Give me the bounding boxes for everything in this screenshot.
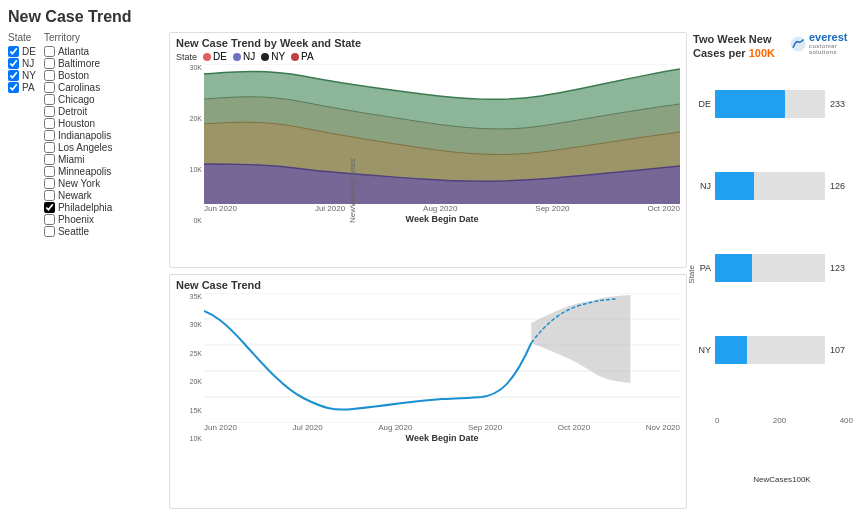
right-title-area: Two Week New Cases per 100K — [693, 32, 790, 61]
bar-row-ny: NY 107 — [693, 336, 853, 364]
bar-value-ny: 107 — [830, 345, 845, 355]
top-chart-title: New Case Trend by Week and State — [176, 37, 680, 49]
top-chart-box: New Case Trend by Week and State State D… — [169, 32, 687, 268]
top-y-axis: 30K 20K 10K 0K — [176, 64, 204, 224]
legend-dot-ny — [261, 53, 269, 61]
bar-chart-area: State DE 233 NJ 126 — [693, 65, 853, 509]
bar-value-pa: 123 — [830, 263, 845, 273]
top-chart-legend: State DE NJ NY PA — [176, 51, 680, 62]
bottom-chart-inner: 35K 30K 25K 20K 15K 10K — [176, 293, 680, 443]
page-wrapper: New Case Trend State DE NJ NY — [0, 0, 861, 517]
territory-carolinas[interactable]: Carolinas — [44, 82, 113, 93]
territory-philadelphia[interactable]: Philadelphia — [44, 202, 113, 213]
territory-atlanta[interactable]: Atlanta — [44, 46, 113, 57]
right-title-highlight: 100K — [749, 47, 775, 59]
territory-label: Territory — [44, 32, 113, 43]
logo: everest customer solutions — [790, 32, 853, 55]
bottom-y-axis: 35K 30K 25K 20K 15K 10K — [176, 293, 204, 443]
main-content: State DE NJ NY PA Terri — [8, 32, 853, 509]
bar-row-de: DE 233 — [693, 90, 853, 118]
bar-fill-nj — [715, 172, 754, 200]
territory-houston[interactable]: Houston — [44, 118, 113, 129]
page-title: New Case Trend — [8, 8, 853, 26]
state-label: State — [8, 32, 36, 43]
territory-phoenix[interactable]: Phoenix — [44, 214, 113, 225]
state-ny[interactable]: NY — [8, 70, 36, 81]
right-title: Two Week New Cases per 100K — [693, 32, 790, 61]
bottom-chart-box: New Case Trend 35K 30K 25K 20K 15K 10K — [169, 274, 687, 510]
bar-fill-ny — [715, 336, 747, 364]
territory-chicago[interactable]: Chicago — [44, 94, 113, 105]
bottom-x-ticks: Jun 2020 Jul 2020 Aug 2020 Sep 2020 Oct … — [204, 423, 680, 432]
bottom-chart-title: New Case Trend — [176, 279, 680, 291]
state-pa[interactable]: PA — [8, 82, 36, 93]
bottom-x-label: Week Begin Date — [204, 433, 680, 443]
top-chart-svg — [204, 64, 680, 204]
legend-dot-pa — [291, 53, 299, 61]
territory-boston[interactable]: Boston — [44, 70, 113, 81]
top-chart-svg-area: NewWeeklyCases — [204, 64, 680, 224]
top-x-label: Week Begin Date — [204, 214, 680, 224]
bar-x-axis-ticks: 0 200 400 — [693, 416, 853, 425]
top-chart-inner: 30K 20K 10K 0K NewWeeklyCases — [176, 64, 680, 224]
right-header: Two Week New Cases per 100K everest cust… — [693, 32, 853, 61]
bottom-chart-svg — [204, 293, 680, 423]
territory-detroit[interactable]: Detroit — [44, 106, 113, 117]
legend-pa: PA — [291, 51, 314, 62]
territory-newark[interactable]: Newark — [44, 190, 113, 201]
logo-area: everest customer solutions — [790, 32, 853, 55]
top-x-ticks: Jun 2020 Jul 2020 Aug 2020 Sep 2020 Oct … — [204, 204, 680, 213]
bottom-chart-svg-area: Jun 2020 Jul 2020 Aug 2020 Sep 2020 Oct … — [204, 293, 680, 443]
legend-dot-nj — [233, 53, 241, 61]
bar-bg-ny: 107 — [715, 336, 825, 364]
territory-filter-col: Territory Atlanta Baltimore Boston Carol… — [44, 32, 113, 237]
state-filter-col: State DE NJ NY PA — [8, 32, 36, 237]
territory-miami[interactable]: Miami — [44, 154, 113, 165]
right-panel: Two Week New Cases per 100K everest cust… — [693, 32, 853, 509]
bar-bg-de: 233 — [715, 90, 825, 118]
state-nj[interactable]: NJ — [8, 58, 36, 69]
bar-state-label: State — [687, 265, 696, 284]
territory-seattle[interactable]: Seattle — [44, 226, 113, 237]
legend-de: DE — [203, 51, 227, 62]
bar-fill-pa — [715, 254, 752, 282]
bar-value-nj: 126 — [830, 181, 845, 191]
territory-indianapolis[interactable]: Indianapolis — [44, 130, 113, 141]
center-panel: New Case Trend by Week and State State D… — [169, 32, 687, 509]
logo-sub: customer solutions — [809, 43, 853, 55]
bar-bg-pa: 123 — [715, 254, 825, 282]
top-y-label: NewWeeklyCases — [348, 123, 357, 223]
territory-newyork[interactable]: New York — [44, 178, 113, 189]
bar-value-de: 233 — [830, 99, 845, 109]
state-de[interactable]: DE — [8, 46, 36, 57]
left-panel: State DE NJ NY PA Terri — [8, 32, 163, 509]
territory-minneapolis[interactable]: Minneapolis — [44, 166, 113, 177]
bar-row-nj: NJ 126 — [693, 172, 853, 200]
bar-row-pa: PA 123 — [693, 254, 853, 282]
territory-baltimore[interactable]: Baltimore — [44, 58, 113, 69]
legend-ny: NY — [261, 51, 285, 62]
bar-fill-de — [715, 90, 785, 118]
territory-losangeles[interactable]: Los Angeles — [44, 142, 113, 153]
bar-bg-nj: 126 — [715, 172, 825, 200]
logo-icon — [790, 33, 806, 55]
svg-point-10 — [791, 36, 806, 51]
bar-x-label: NewCases100K — [693, 475, 853, 484]
legend-nj: NJ — [233, 51, 255, 62]
legend-dot-de — [203, 53, 211, 61]
logo-text: everest — [809, 32, 853, 43]
filter-section: State DE NJ NY PA Terri — [8, 32, 163, 237]
